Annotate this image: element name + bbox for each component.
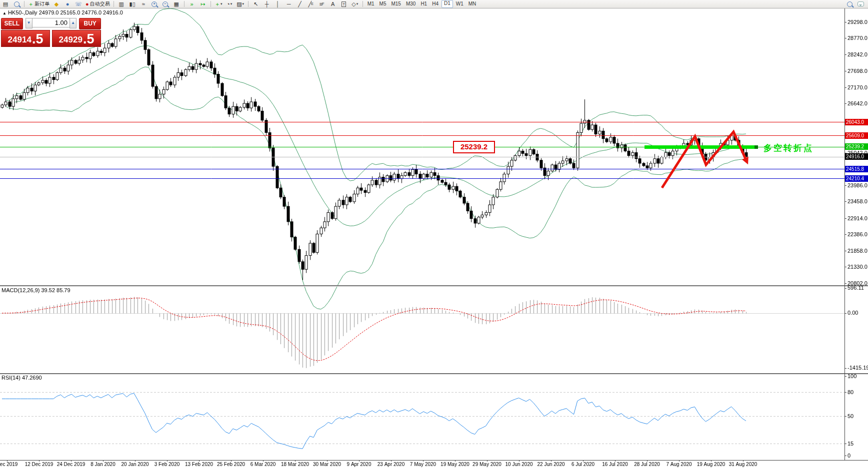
profile-icon[interactable]: ●	[62, 0, 72, 7]
fibonacci-icon[interactable]: ≡ F	[317, 0, 327, 7]
tab-m1[interactable]: M1	[366, 0, 376, 7]
axis-price-box-current: 24916.0	[845, 153, 868, 160]
tab-h1[interactable]: H1	[418, 0, 429, 7]
sell-button[interactable]: SELL	[1, 18, 23, 29]
price-chart-canvas[interactable]	[0, 0, 868, 468]
candlestick-chart-icon[interactable]: ▮▯	[128, 0, 138, 7]
objects-button[interactable]: ◇ ▾	[350, 0, 360, 7]
sell-price-main: 24914	[8, 34, 32, 46]
toolbar-separator	[210, 1, 211, 7]
clock-icon: ◔	[226, 0, 230, 7]
autotrading-button[interactable]: ● 自动交易	[84, 0, 111, 7]
market-watch-icon[interactable]	[12, 0, 22, 7]
search-icon[interactable]	[844, 0, 854, 7]
axis-price-box: 25609.0	[845, 132, 868, 139]
tab-h4[interactable]: H4	[430, 0, 440, 7]
templates-button[interactable]: ▨ ▾	[236, 0, 246, 7]
tab-m30[interactable]: M30	[404, 0, 418, 7]
new-order-button[interactable]: ＋ 新订单	[27, 0, 50, 7]
trendline-icon[interactable]: ╱	[295, 0, 305, 7]
toolbar-separator	[362, 1, 363, 7]
chevron-down-icon: ▾	[230, 0, 232, 7]
buy-price[interactable]: 24929 .5	[52, 30, 101, 47]
toolbar-separator	[184, 1, 184, 7]
indicators-button[interactable]: ＋ ▾	[214, 0, 224, 7]
tab-w1[interactable]: W1	[454, 0, 466, 7]
buy-price-main: 24929	[59, 34, 82, 46]
zoom-in-icon[interactable]: +	[150, 0, 160, 7]
level-price-callout[interactable]: 25239.2	[453, 141, 495, 153]
main-toolbar: ▤ ＋ 新订单 ◆ ● ☏ ● 自动交易 ▥ ▮▯ ≈ + − ▦ » ↦ ＋ …	[0, 0, 868, 8]
vertical-line-icon[interactable]: │	[273, 0, 283, 7]
mt4-window: ▤ ＋ 新订单 ◆ ● ☏ ● 自动交易 ▥ ▮▯ ≈ + − ▦ » ↦ ＋ …	[0, 0, 868, 468]
fibo-sub: F	[322, 0, 324, 7]
tab-mn[interactable]: MN	[466, 0, 478, 7]
text-label-tool-icon[interactable]: T	[339, 0, 349, 7]
buy-price-frac: .5	[83, 32, 94, 46]
chart-shift-icon[interactable]: ↦	[198, 0, 208, 7]
objects-glyph: ◇	[352, 0, 356, 7]
axis-price-box: 24515.8	[845, 166, 868, 172]
volume-increase-button[interactable]: ▲	[70, 18, 76, 28]
axis-price-box: 25239.2	[845, 143, 868, 150]
macd-label: MACD(12,26,9) 39.52 85.79	[2, 287, 70, 293]
sell-price-frac: .5	[32, 32, 44, 46]
rsi-label: RSI(14) 47.2690	[2, 375, 42, 381]
new-order-plus-icon: ＋	[28, 0, 34, 7]
sell-price[interactable]: 24914 .5	[1, 30, 50, 47]
volume-input[interactable]	[32, 18, 70, 27]
axis-price-box: 26043.0	[845, 119, 868, 125]
down-arrow-icon: ▼	[27, 20, 31, 25]
tile-windows-icon[interactable]: ▦	[172, 0, 182, 7]
turning-point-annotation[interactable]: 多空转折点	[764, 142, 814, 154]
chat-icon[interactable]	[856, 0, 866, 7]
chart-title-text: HK50-,Daily 24979.0 25165.0 24776.0 2491…	[8, 9, 123, 15]
autotrading-label: 自动交易	[90, 0, 110, 7]
new-order-label: 新订单	[34, 0, 50, 7]
chevron-down-icon: ▾	[242, 0, 244, 7]
tab-m15[interactable]: M15	[389, 0, 402, 7]
up-arrow-icon: ▲	[71, 20, 75, 25]
periods-button[interactable]: ◔ ▾	[224, 0, 234, 7]
bar-chart-icon[interactable]: ▥	[116, 0, 126, 7]
chart-window-icon[interactable]: ▤	[0, 0, 10, 7]
cursor-icon[interactable]: ↖	[251, 0, 261, 7]
horizontal-line-icon[interactable]: ─	[284, 0, 294, 7]
chevron-down-icon: ▾	[356, 0, 358, 7]
indicators-plus-icon: ＋	[214, 0, 220, 7]
symbol-marker-icon: ▲	[2, 11, 6, 15]
channel-sub: E	[311, 0, 314, 7]
chart-title: ▲HK50-,Daily 24979.0 25165.0 24776.0 249…	[2, 9, 123, 15]
axis-price-box: 24210.4	[845, 175, 868, 182]
autotrading-icon: ●	[86, 0, 89, 7]
tab-m5[interactable]: M5	[378, 0, 388, 7]
line-chart-icon[interactable]: ≈	[138, 0, 148, 7]
text-tool-icon[interactable]: A	[328, 0, 338, 7]
buy-button[interactable]: BUY	[79, 18, 101, 29]
equidistant-channel-icon[interactable]: ╱ E	[306, 0, 316, 7]
signal-icon[interactable]: ☏	[74, 0, 84, 7]
toolbar-separator	[114, 1, 114, 7]
template-icon: ▨	[236, 0, 242, 7]
crosshair-icon[interactable]: ┼	[262, 0, 272, 7]
tab-d1[interactable]: D1	[442, 0, 453, 8]
label-glyph: T	[342, 1, 346, 7]
zoom-out-icon[interactable]: −	[160, 0, 170, 7]
auto-scroll-icon[interactable]: »	[187, 0, 197, 7]
one-click-trading-panel: SELL ▼ ▲ BUY 24914 .5 24929 .5	[1, 18, 101, 47]
chevron-down-icon: ▾	[220, 0, 222, 7]
toolbar-separator	[248, 1, 248, 7]
volume-decrease-button[interactable]: ▼	[26, 18, 32, 28]
styles-icon[interactable]: ◆	[52, 0, 62, 7]
toolbar-separator	[24, 1, 24, 7]
